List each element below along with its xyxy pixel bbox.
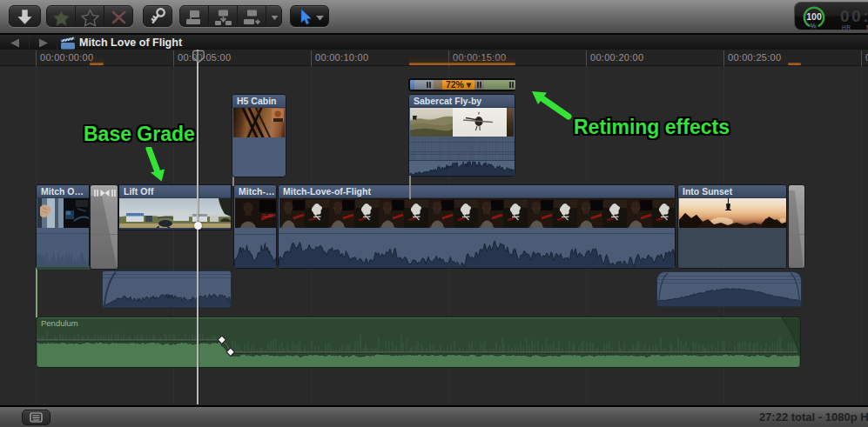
svg-text:FLIGHT: FLIGHT	[262, 213, 277, 218]
svg-text:%: %	[810, 22, 817, 30]
svg-text:100: 100	[806, 11, 822, 22]
